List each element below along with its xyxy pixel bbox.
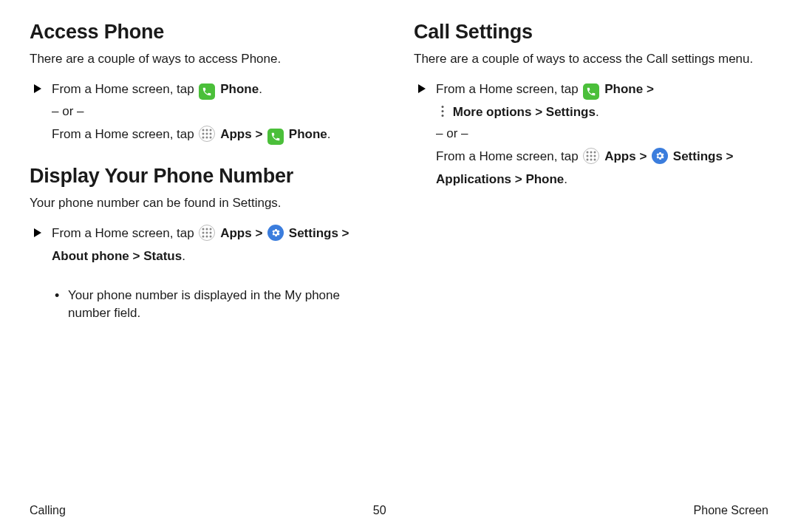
sep: >: [338, 226, 349, 240]
more-options-icon: [437, 103, 448, 120]
heading-call-settings: Call Settings: [414, 21, 768, 44]
or-separator: – or –: [30, 104, 384, 119]
left-column: Access Phone There are a couple of ways …: [30, 21, 384, 497]
step-item: From a Home screen, tap Apps > Settings …: [30, 222, 384, 267]
bullet-item: Your phone number is displayed in the My…: [52, 287, 384, 322]
or-separator: – or –: [414, 126, 768, 141]
phone-icon: [583, 83, 599, 100]
intro-call-settings: There are a couple of ways to access the…: [414, 51, 768, 68]
more-path: More options > Settings: [453, 105, 596, 119]
footer-page-number: 50: [373, 504, 386, 517]
step-text: From a Home screen, tap: [52, 82, 197, 96]
intro-access-phone: There are a couple of ways to access Pho…: [30, 51, 384, 68]
triangle-bullet-icon: [34, 228, 41, 237]
two-column-layout: Access Phone There are a couple of ways …: [30, 21, 768, 497]
phone-label: Phone: [220, 82, 259, 96]
steps-call-settings: From a Home screen, tap Phone > More opt…: [414, 78, 768, 191]
period: .: [182, 249, 185, 263]
section-call-settings: Call Settings There are a couple of ways…: [414, 21, 768, 191]
step-item: From a Home screen, tap Phone > More opt…: [414, 78, 768, 123]
apps-icon: [583, 148, 599, 164]
sep: >: [636, 149, 650, 163]
sep: >: [252, 127, 266, 141]
sep: >: [723, 149, 734, 163]
step-text: From a Home screen, tap: [436, 82, 582, 96]
step-text: From a Home screen, tap: [436, 149, 582, 163]
triangle-bullet-icon: [418, 84, 426, 93]
step-alt: From a Home screen, tap Apps > Settings …: [414, 146, 768, 191]
right-column: Call Settings There are a couple of ways…: [414, 21, 768, 497]
sep: >: [643, 82, 654, 96]
step-alt: From a Home screen, tap Apps > Phone.: [30, 123, 384, 146]
settings-icon: [652, 148, 668, 164]
apps-label: Apps: [220, 226, 252, 240]
step-text: From a Home screen, tap: [52, 226, 197, 240]
phone-icon: [267, 129, 284, 145]
sub-bullets: Your phone number is displayed in the My…: [30, 287, 384, 322]
path-rest: About phone > Status: [52, 249, 182, 263]
apps-label: Apps: [220, 127, 252, 141]
section-access-phone: Access Phone There are a couple of ways …: [30, 21, 384, 146]
settings-icon: [267, 225, 284, 241]
triangle-bullet-icon: [34, 84, 41, 93]
footer-right: Phone Screen: [694, 504, 768, 517]
apps-icon: [199, 225, 215, 241]
sep: >: [252, 226, 266, 240]
steps-display-number: From a Home screen, tap Apps > Settings …: [30, 222, 384, 267]
period: .: [596, 105, 599, 119]
settings-label: Settings: [289, 226, 338, 240]
intro-display-number: Your phone number can be found in Settin…: [30, 195, 384, 212]
heading-access-phone: Access Phone: [30, 21, 384, 44]
step-item: From a Home screen, tap Phone.: [30, 78, 384, 101]
period: .: [259, 82, 262, 96]
section-display-number: Display Your Phone Number Your phone num…: [30, 165, 384, 322]
step-text: From a Home screen, tap: [52, 127, 197, 141]
apps-label: Apps: [604, 149, 636, 163]
phone-label: Phone: [604, 82, 643, 96]
period: .: [564, 172, 567, 186]
phone-label: Phone: [289, 127, 327, 141]
path-rest: Applications > Phone: [436, 172, 564, 186]
steps-access-phone: From a Home screen, tap Phone. – or – Fr…: [30, 78, 384, 146]
apps-icon: [199, 126, 215, 142]
settings-label: Settings: [673, 149, 723, 163]
page-footer: Calling 50 Phone Screen: [30, 497, 768, 517]
manual-page: Access Phone There are a couple of ways …: [0, 0, 798, 532]
period: .: [327, 127, 331, 141]
heading-display-number: Display Your Phone Number: [30, 165, 384, 188]
footer-left: Calling: [30, 504, 66, 517]
phone-icon: [199, 83, 215, 100]
